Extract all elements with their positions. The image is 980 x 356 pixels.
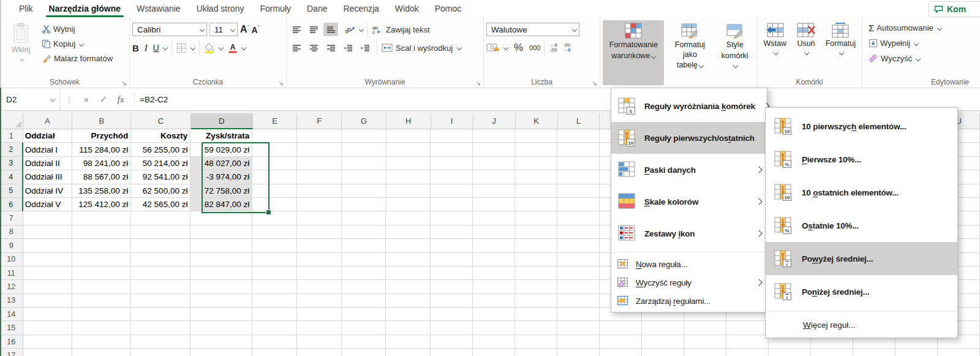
cell-D14[interactable]: [190, 308, 252, 321]
fill-color-button[interactable]: [204, 43, 215, 53]
cell-B3[interactable]: 98 241,00 zł: [72, 157, 131, 170]
tab-układ-strony[interactable]: Układ strony: [189, 1, 252, 17]
cell-C6[interactable]: 42 565,00 zł: [131, 198, 190, 211]
row-header-15[interactable]: 15: [0, 321, 23, 335]
cell-A3[interactable]: Oddział II: [23, 157, 72, 170]
align-left-button[interactable]: [289, 41, 304, 55]
menu-item-new-rule[interactable]: Nowa reguła...: [611, 255, 767, 273]
row-header-11[interactable]: 11: [0, 267, 23, 280]
cell-J7[interactable]: [473, 211, 515, 225]
cell-F5[interactable]: [297, 184, 342, 198]
cell-C11[interactable]: [131, 267, 190, 280]
cell-I12[interactable]: [431, 280, 473, 294]
orientation-button[interactable]: ab: [344, 25, 355, 34]
cell-T17[interactable]: [895, 349, 938, 356]
cell-C4[interactable]: 92 541,00 zł: [131, 170, 190, 184]
cell-A16[interactable]: [23, 335, 72, 349]
cell-J6[interactable]: [473, 198, 515, 211]
font-color-button[interactable]: A: [228, 43, 238, 53]
comments-button[interactable]: Kom: [929, 1, 980, 17]
cell-I9[interactable]: [431, 239, 473, 252]
cell-K5[interactable]: [515, 184, 557, 198]
cell-M16[interactable]: [600, 335, 642, 349]
cell-H13[interactable]: [386, 294, 431, 308]
cell-L12[interactable]: [557, 280, 600, 294]
cell-G6[interactable]: [342, 198, 386, 211]
cell-K1[interactable]: [515, 129, 557, 143]
column-header-A[interactable]: A: [23, 113, 72, 129]
column-header-I[interactable]: I: [431, 113, 473, 129]
cell-L4[interactable]: [557, 170, 600, 184]
align-middle-button[interactable]: [306, 23, 321, 36]
menu-item-top-bottom-rules[interactable]: 10Reguły pierwszych/ostatnich: [611, 122, 767, 154]
cell-E12[interactable]: [252, 280, 297, 294]
cell-I8[interactable]: [431, 225, 473, 239]
cell-I7[interactable]: [431, 211, 473, 225]
cell-D13[interactable]: [190, 294, 252, 308]
align-bottom-button[interactable]: [323, 23, 338, 36]
cell-S17[interactable]: [853, 349, 895, 356]
decrease-indent-button[interactable]: [341, 41, 355, 55]
tab-pomoc[interactable]: Pomoc: [427, 1, 470, 17]
cell-L1[interactable]: [557, 129, 600, 143]
cell-A6[interactable]: Oddział V: [23, 198, 72, 211]
cell-L15[interactable]: [557, 321, 600, 335]
cell-D3[interactable]: 48 027,00 zł: [190, 157, 252, 170]
cell-F12[interactable]: [297, 280, 342, 294]
number-format-select[interactable]: Walutowe: [486, 23, 579, 36]
font-dialog-launcher[interactable]: ↘: [279, 80, 284, 86]
cell-H2[interactable]: [386, 143, 431, 156]
insert-cells-button[interactable]: Wstaw: [760, 20, 790, 77]
cell-L10[interactable]: [557, 253, 600, 267]
cell-B11[interactable]: [72, 267, 131, 280]
row-header-5[interactable]: 5: [0, 184, 23, 198]
cell-E2[interactable]: [252, 143, 297, 156]
cell-H3[interactable]: [386, 157, 431, 170]
cell-G12[interactable]: [342, 280, 386, 294]
underline-button[interactable]: U: [153, 43, 159, 53]
cell-E10[interactable]: [252, 253, 297, 267]
autosum-button[interactable]: Σ Autosumowanie: [869, 20, 978, 36]
increase-indent-button[interactable]: [358, 41, 372, 55]
cell-D5[interactable]: 72 758,00 zł: [190, 184, 252, 198]
cell-L17[interactable]: [557, 349, 600, 356]
cell-M15[interactable]: [600, 321, 642, 335]
cell-E3[interactable]: [252, 157, 297, 170]
tab-recenzja[interactable]: Recenzja: [335, 1, 386, 17]
row-header-9[interactable]: 9: [0, 239, 23, 252]
cell-A11[interactable]: [23, 267, 72, 280]
menu-item-top-10-items[interactable]: 1010 pierwszych elementów...: [766, 110, 957, 143]
cell-A15[interactable]: [23, 321, 72, 335]
cell-J5[interactable]: [473, 184, 515, 198]
cell-J10[interactable]: [473, 253, 515, 267]
cell-K4[interactable]: [515, 170, 557, 184]
tab-narzędzia-główne[interactable]: Narzędzia główne: [41, 1, 129, 17]
align-center-button[interactable]: [306, 41, 321, 55]
borders-dropdown-chevron[interactable]: [190, 45, 195, 50]
cell-H11[interactable]: [386, 267, 431, 280]
cell-K7[interactable]: [515, 211, 557, 225]
cell-F2[interactable]: [297, 143, 342, 156]
cell-O15[interactable]: [684, 321, 726, 335]
cell-I11[interactable]: [431, 267, 473, 280]
cell-B2[interactable]: 115 284,00 zł: [72, 143, 131, 156]
cell-I16[interactable]: [431, 335, 473, 349]
cell-E16[interactable]: [252, 335, 297, 349]
cell-O16[interactable]: [684, 335, 726, 349]
cell-J3[interactable]: [473, 157, 515, 170]
menu-item-manage-rules[interactable]: Zarządzaj regułami...: [611, 292, 767, 310]
cell-A13[interactable]: [23, 294, 72, 308]
fill-button[interactable]: Wypełnij: [869, 36, 978, 51]
cell-M17[interactable]: [600, 349, 642, 356]
cell-C17[interactable]: [131, 349, 190, 356]
cell-L5[interactable]: [557, 184, 600, 198]
cell-C1[interactable]: Koszty: [131, 129, 190, 143]
cell-B12[interactable]: [72, 280, 131, 294]
tab-formuły[interactable]: Formuły: [252, 1, 299, 17]
cell-G4[interactable]: [342, 170, 386, 184]
cell-G7[interactable]: [342, 211, 386, 225]
cell-H17[interactable]: [386, 349, 431, 356]
cell-R17[interactable]: [811, 349, 853, 356]
cell-I15[interactable]: [431, 321, 473, 335]
cell-H4[interactable]: [386, 170, 431, 184]
